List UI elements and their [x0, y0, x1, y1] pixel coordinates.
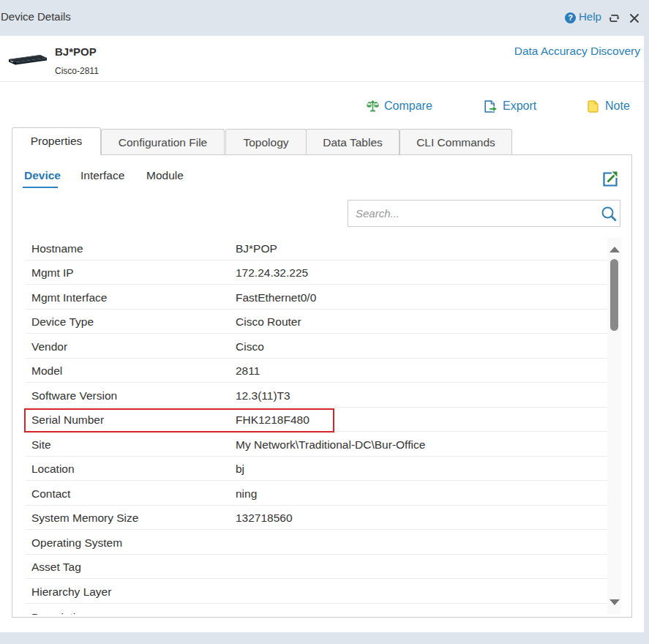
- svg-text:?: ?: [568, 13, 573, 22]
